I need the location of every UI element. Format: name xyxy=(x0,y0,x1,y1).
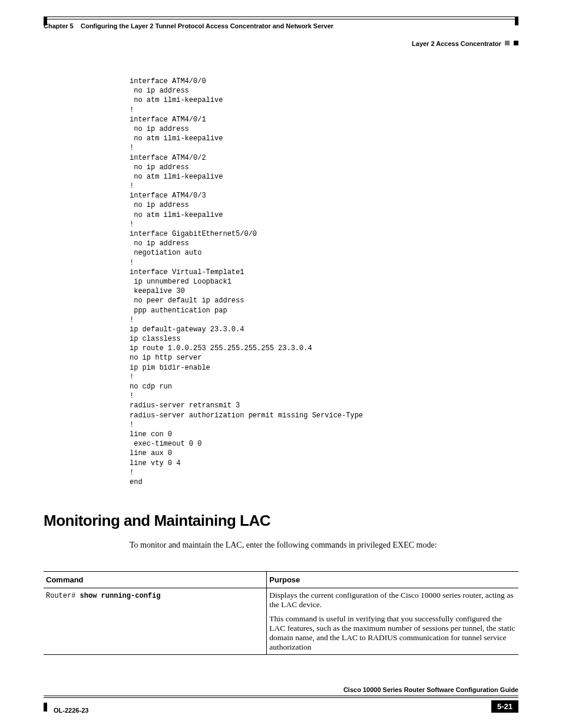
footer-book-title: Cisco 10000 Series Router Software Confi… xyxy=(44,686,518,693)
table-header-purpose: Purpose xyxy=(267,572,518,588)
footer-left: OL-2226-23 xyxy=(44,707,88,716)
document-page: Chapter 5 Configuring the Layer 2 Tunnel… xyxy=(0,0,562,728)
header-tick-right xyxy=(515,17,518,25)
table-header-row: Command Purpose xyxy=(44,572,518,588)
footer-tick-left xyxy=(44,703,47,711)
intro-paragraph: To monitor and maintain the LAC, enter t… xyxy=(130,541,518,550)
purpose-para-2: This command is useful in verifying that… xyxy=(269,614,516,652)
header-tick-left xyxy=(44,17,47,25)
table-header-command: Command xyxy=(44,572,267,588)
section-label: Layer 2 Access Concentrator xyxy=(412,40,501,47)
section-label-row: Layer 2 Access Concentrator xyxy=(44,40,518,47)
command-table: Command Purpose Router# show running-con… xyxy=(44,571,518,655)
decoration-square-black xyxy=(514,41,518,45)
command-cell: Router# show running-config xyxy=(44,588,267,655)
page-footer: Cisco 10000 Series Router Software Confi… xyxy=(44,686,518,713)
header-rule xyxy=(44,17,518,29)
purpose-para-1: Displays the current configuration of th… xyxy=(269,591,516,610)
config-code-block: interface ATM4/0/0 no ip address no atm … xyxy=(130,77,518,487)
decoration-square-grey xyxy=(505,41,510,45)
footer-rule xyxy=(44,696,518,705)
command-text: show running-config xyxy=(80,592,161,600)
footer-right: 5-21 xyxy=(491,700,518,713)
purpose-cell: Displays the current configuration of th… xyxy=(267,588,518,655)
doc-id: OL-2226-23 xyxy=(54,707,88,714)
command-prompt: Router# xyxy=(46,592,80,600)
page-number: 5-21 xyxy=(491,700,518,713)
table-row: Router# show running-config Displays the… xyxy=(44,588,518,655)
section-heading: Monitoring and Maintaining LAC xyxy=(44,512,518,530)
